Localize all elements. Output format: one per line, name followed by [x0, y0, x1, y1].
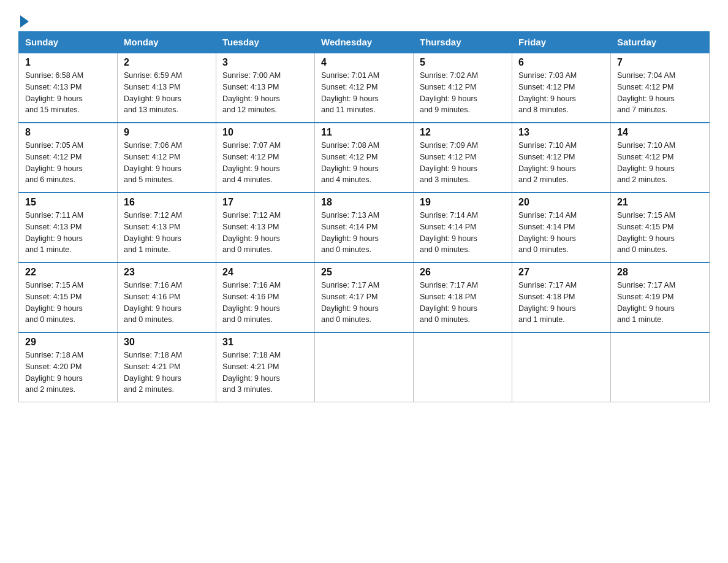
calendar-cell: 30 Sunrise: 7:18 AMSunset: 4:21 PMDaylig…	[118, 332, 216, 402]
day-number: 3	[222, 57, 308, 68]
day-number: 31	[222, 337, 308, 348]
day-number: 20	[518, 197, 604, 208]
calendar-week-row: 15 Sunrise: 7:11 AMSunset: 4:13 PMDaylig…	[19, 193, 710, 262]
calendar-cell: 29 Sunrise: 7:18 AMSunset: 4:20 PMDaylig…	[19, 332, 118, 402]
day-info: Sunrise: 7:00 AMSunset: 4:13 PMDaylight:…	[222, 71, 281, 114]
day-number: 24	[222, 267, 308, 278]
day-info: Sunrise: 7:01 AMSunset: 4:12 PMDaylight:…	[321, 71, 379, 114]
day-number: 23	[124, 267, 210, 278]
day-number: 7	[617, 57, 703, 68]
day-number: 1	[25, 57, 111, 68]
day-number: 25	[321, 267, 407, 278]
calendar-cell: 18 Sunrise: 7:13 AMSunset: 4:14 PMDaylig…	[315, 193, 414, 262]
day-info: Sunrise: 7:12 AMSunset: 4:13 PMDaylight:…	[222, 211, 281, 254]
day-number: 21	[617, 197, 703, 208]
day-info: Sunrise: 7:12 AMSunset: 4:13 PMDaylight:…	[124, 211, 182, 254]
logo-arrow-icon	[20, 15, 29, 28]
day-number: 2	[124, 57, 210, 68]
column-header-saturday: Saturday	[611, 32, 710, 53]
calendar-cell: 27 Sunrise: 7:17 AMSunset: 4:18 PMDaylig…	[512, 262, 611, 332]
calendar-cell: 4 Sunrise: 7:01 AMSunset: 4:12 PMDayligh…	[315, 53, 414, 123]
day-number: 6	[518, 57, 604, 68]
day-number: 28	[617, 267, 703, 278]
calendar-cell	[315, 332, 414, 402]
calendar-cell: 24 Sunrise: 7:16 AMSunset: 4:16 PMDaylig…	[216, 262, 315, 332]
calendar-cell: 19 Sunrise: 7:14 AMSunset: 4:14 PMDaylig…	[414, 193, 512, 262]
day-number: 16	[124, 197, 210, 208]
day-number: 27	[518, 267, 604, 278]
day-info: Sunrise: 7:07 AMSunset: 4:12 PMDaylight:…	[222, 141, 281, 184]
day-info: Sunrise: 7:18 AMSunset: 4:21 PMDaylight:…	[124, 351, 182, 394]
day-number: 9	[124, 127, 210, 138]
calendar-cell: 21 Sunrise: 7:15 AMSunset: 4:15 PMDaylig…	[611, 193, 710, 262]
day-info: Sunrise: 7:17 AMSunset: 4:19 PMDaylight:…	[617, 281, 675, 324]
calendar-cell: 13 Sunrise: 7:10 AMSunset: 4:12 PMDaylig…	[512, 123, 611, 193]
column-header-friday: Friday	[512, 32, 611, 53]
day-info: Sunrise: 7:08 AMSunset: 4:12 PMDaylight:…	[321, 141, 379, 184]
column-header-wednesday: Wednesday	[315, 32, 414, 53]
calendar-cell	[512, 332, 611, 402]
day-info: Sunrise: 7:02 AMSunset: 4:12 PMDaylight:…	[420, 71, 478, 114]
day-number: 15	[25, 197, 111, 208]
day-info: Sunrise: 7:10 AMSunset: 4:12 PMDaylight:…	[617, 141, 675, 184]
day-info: Sunrise: 7:17 AMSunset: 4:17 PMDaylight:…	[321, 281, 379, 324]
day-info: Sunrise: 6:59 AMSunset: 4:13 PMDaylight:…	[124, 71, 182, 114]
calendar-cell: 5 Sunrise: 7:02 AMSunset: 4:12 PMDayligh…	[414, 53, 512, 123]
calendar-cell: 16 Sunrise: 7:12 AMSunset: 4:13 PMDaylig…	[118, 193, 216, 262]
calendar-table: SundayMondayTuesdayWednesdayThursdayFrid…	[18, 31, 710, 402]
calendar-cell: 28 Sunrise: 7:17 AMSunset: 4:19 PMDaylig…	[611, 262, 710, 332]
day-info: Sunrise: 7:05 AMSunset: 4:12 PMDaylight:…	[25, 141, 83, 184]
calendar-cell: 1 Sunrise: 6:58 AMSunset: 4:13 PMDayligh…	[19, 53, 118, 123]
calendar-header-row: SundayMondayTuesdayWednesdayThursdayFrid…	[19, 32, 710, 53]
day-number: 30	[124, 337, 210, 348]
day-info: Sunrise: 7:16 AMSunset: 4:16 PMDaylight:…	[222, 281, 281, 324]
page-header	[18, 12, 710, 25]
calendar-cell: 17 Sunrise: 7:12 AMSunset: 4:13 PMDaylig…	[216, 193, 315, 262]
day-info: Sunrise: 7:06 AMSunset: 4:12 PMDaylight:…	[124, 141, 182, 184]
day-number: 8	[25, 127, 111, 138]
calendar-cell: 8 Sunrise: 7:05 AMSunset: 4:12 PMDayligh…	[19, 123, 118, 193]
calendar-cell: 2 Sunrise: 6:59 AMSunset: 4:13 PMDayligh…	[118, 53, 216, 123]
day-info: Sunrise: 7:04 AMSunset: 4:12 PMDaylight:…	[617, 71, 675, 114]
day-info: Sunrise: 7:16 AMSunset: 4:16 PMDaylight:…	[124, 281, 182, 324]
day-info: Sunrise: 7:03 AMSunset: 4:12 PMDaylight:…	[518, 71, 577, 114]
day-number: 12	[420, 127, 506, 138]
day-number: 22	[25, 267, 111, 278]
day-info: Sunrise: 7:17 AMSunset: 4:18 PMDaylight:…	[518, 281, 577, 324]
column-header-sunday: Sunday	[19, 32, 118, 53]
calendar-cell: 22 Sunrise: 7:15 AMSunset: 4:15 PMDaylig…	[19, 262, 118, 332]
day-number: 26	[420, 267, 506, 278]
day-info: Sunrise: 7:15 AMSunset: 4:15 PMDaylight:…	[25, 281, 83, 324]
day-number: 18	[321, 197, 407, 208]
calendar-cell: 26 Sunrise: 7:17 AMSunset: 4:18 PMDaylig…	[414, 262, 512, 332]
day-number: 10	[222, 127, 308, 138]
calendar-week-row: 1 Sunrise: 6:58 AMSunset: 4:13 PMDayligh…	[19, 53, 710, 123]
calendar-week-row: 22 Sunrise: 7:15 AMSunset: 4:15 PMDaylig…	[19, 262, 710, 332]
calendar-cell: 7 Sunrise: 7:04 AMSunset: 4:12 PMDayligh…	[611, 53, 710, 123]
calendar-cell: 15 Sunrise: 7:11 AMSunset: 4:13 PMDaylig…	[19, 193, 118, 262]
calendar-cell: 9 Sunrise: 7:06 AMSunset: 4:12 PMDayligh…	[118, 123, 216, 193]
calendar-cell: 10 Sunrise: 7:07 AMSunset: 4:12 PMDaylig…	[216, 123, 315, 193]
calendar-cell: 23 Sunrise: 7:16 AMSunset: 4:16 PMDaylig…	[118, 262, 216, 332]
column-header-tuesday: Tuesday	[216, 32, 315, 53]
column-header-thursday: Thursday	[414, 32, 512, 53]
calendar-cell: 12 Sunrise: 7:09 AMSunset: 4:12 PMDaylig…	[414, 123, 512, 193]
column-header-monday: Monday	[118, 32, 216, 53]
day-info: Sunrise: 7:18 AMSunset: 4:21 PMDaylight:…	[222, 351, 281, 394]
day-info: Sunrise: 7:17 AMSunset: 4:18 PMDaylight:…	[420, 281, 478, 324]
day-info: Sunrise: 6:58 AMSunset: 4:13 PMDaylight:…	[25, 71, 83, 114]
day-number: 17	[222, 197, 308, 208]
day-info: Sunrise: 7:11 AMSunset: 4:13 PMDaylight:…	[25, 211, 83, 254]
day-info: Sunrise: 7:15 AMSunset: 4:15 PMDaylight:…	[617, 211, 675, 254]
logo	[18, 12, 29, 25]
day-number: 19	[420, 197, 506, 208]
calendar-cell: 14 Sunrise: 7:10 AMSunset: 4:12 PMDaylig…	[611, 123, 710, 193]
day-number: 29	[25, 337, 111, 348]
calendar-cell	[611, 332, 710, 402]
day-number: 14	[617, 127, 703, 138]
day-number: 11	[321, 127, 407, 138]
calendar-cell	[414, 332, 512, 402]
day-info: Sunrise: 7:10 AMSunset: 4:12 PMDaylight:…	[518, 141, 577, 184]
calendar-cell: 20 Sunrise: 7:14 AMSunset: 4:14 PMDaylig…	[512, 193, 611, 262]
calendar-cell: 6 Sunrise: 7:03 AMSunset: 4:12 PMDayligh…	[512, 53, 611, 123]
